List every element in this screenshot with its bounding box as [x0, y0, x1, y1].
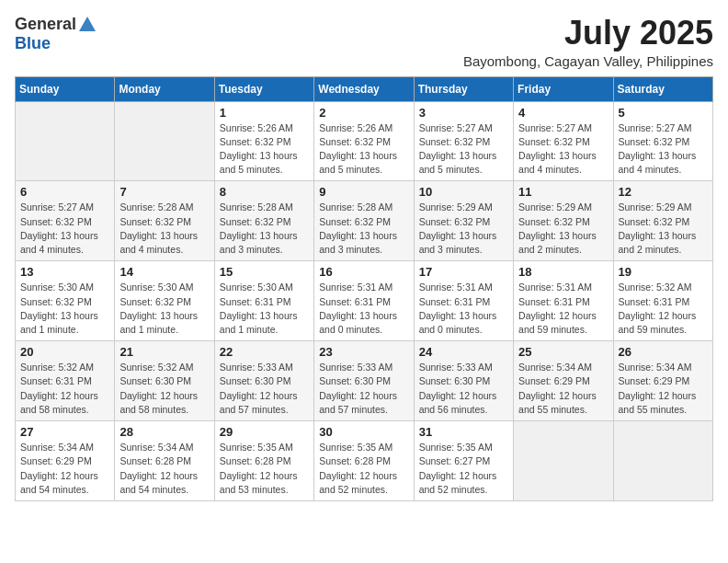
day-of-week-header: Wednesday [314, 76, 414, 101]
logo-blue: Blue [15, 34, 51, 52]
day-info: Sunrise: 5:29 AM Sunset: 6:32 PM Dayligh… [518, 201, 608, 257]
day-number: 9 [319, 185, 408, 199]
calendar-cell: 7Sunrise: 5:28 AM Sunset: 6:32 PM Daylig… [115, 181, 214, 261]
day-number: 12 [619, 185, 708, 199]
calendar-cell: 24Sunrise: 5:33 AM Sunset: 6:30 PM Dayli… [414, 341, 513, 421]
day-info: Sunrise: 5:31 AM Sunset: 6:31 PM Dayligh… [319, 281, 408, 337]
day-of-week-header: Saturday [613, 76, 712, 101]
calendar-cell: 30Sunrise: 5:35 AM Sunset: 6:28 PM Dayli… [314, 421, 414, 501]
day-info: Sunrise: 5:29 AM Sunset: 6:32 PM Dayligh… [619, 201, 708, 257]
day-info: Sunrise: 5:27 AM Sunset: 6:32 PM Dayligh… [419, 121, 508, 178]
calendar-cell: 16Sunrise: 5:31 AM Sunset: 6:31 PM Dayli… [314, 261, 414, 341]
day-info: Sunrise: 5:26 AM Sunset: 6:32 PM Dayligh… [319, 121, 408, 178]
day-info: Sunrise: 5:28 AM Sunset: 6:32 PM Dayligh… [119, 201, 209, 257]
page-header: General Blue July 2025 Bayombong, Cagaya… [15, 15, 713, 69]
day-number: 6 [20, 185, 109, 199]
calendar-cell [115, 101, 214, 181]
calendar-cell: 29Sunrise: 5:35 AM Sunset: 6:28 PM Dayli… [214, 421, 313, 501]
calendar-cell: 21Sunrise: 5:32 AM Sunset: 6:30 PM Dayli… [115, 341, 214, 421]
day-number: 14 [119, 265, 209, 279]
day-info: Sunrise: 5:28 AM Sunset: 6:32 PM Dayligh… [220, 201, 309, 257]
day-of-week-header: Tuesday [214, 76, 313, 101]
calendar-cell: 12Sunrise: 5:29 AM Sunset: 6:32 PM Dayli… [613, 181, 712, 261]
day-info: Sunrise: 5:30 AM Sunset: 6:32 PM Dayligh… [119, 281, 209, 337]
calendar-cell: 3Sunrise: 5:27 AM Sunset: 6:32 PM Daylig… [414, 101, 513, 181]
day-info: Sunrise: 5:33 AM Sunset: 6:30 PM Dayligh… [319, 361, 408, 417]
calendar-week-row: 27Sunrise: 5:34 AM Sunset: 6:29 PM Dayli… [16, 421, 713, 501]
day-number: 15 [220, 265, 309, 279]
calendar-cell: 5Sunrise: 5:27 AM Sunset: 6:32 PM Daylig… [613, 101, 712, 181]
day-number: 25 [518, 345, 608, 359]
calendar-cell: 15Sunrise: 5:30 AM Sunset: 6:31 PM Dayli… [214, 261, 313, 341]
day-info: Sunrise: 5:27 AM Sunset: 6:32 PM Dayligh… [518, 121, 608, 178]
calendar-cell [514, 421, 613, 501]
calendar-cell: 28Sunrise: 5:34 AM Sunset: 6:28 PM Dayli… [115, 421, 214, 501]
calendar-cell: 8Sunrise: 5:28 AM Sunset: 6:32 PM Daylig… [214, 181, 313, 261]
calendar-cell: 26Sunrise: 5:34 AM Sunset: 6:29 PM Dayli… [613, 341, 712, 421]
day-of-week-header: Thursday [414, 76, 513, 101]
day-info: Sunrise: 5:31 AM Sunset: 6:31 PM Dayligh… [419, 281, 508, 337]
day-info: Sunrise: 5:34 AM Sunset: 6:29 PM Dayligh… [619, 361, 708, 417]
day-number: 21 [119, 345, 209, 359]
day-number: 2 [319, 106, 408, 120]
calendar-table: SundayMondayTuesdayWednesdayThursdayFrid… [15, 76, 713, 501]
day-info: Sunrise: 5:35 AM Sunset: 6:28 PM Dayligh… [319, 441, 408, 497]
day-number: 31 [419, 425, 508, 439]
calendar-cell: 22Sunrise: 5:33 AM Sunset: 6:30 PM Dayli… [214, 341, 313, 421]
day-number: 7 [119, 185, 209, 199]
calendar-cell: 13Sunrise: 5:30 AM Sunset: 6:32 PM Dayli… [16, 261, 115, 341]
day-info: Sunrise: 5:32 AM Sunset: 6:31 PM Dayligh… [619, 281, 708, 337]
day-number: 27 [20, 425, 109, 439]
day-info: Sunrise: 5:27 AM Sunset: 6:32 PM Dayligh… [20, 201, 109, 257]
logo-icon [77, 15, 97, 35]
day-number: 13 [20, 265, 109, 279]
day-of-week-header: Friday [514, 76, 613, 101]
day-info: Sunrise: 5:27 AM Sunset: 6:32 PM Dayligh… [619, 121, 708, 178]
logo: General Blue [15, 15, 97, 53]
calendar-cell: 17Sunrise: 5:31 AM Sunset: 6:31 PM Dayli… [414, 261, 513, 341]
calendar-cell: 14Sunrise: 5:30 AM Sunset: 6:32 PM Dayli… [115, 261, 214, 341]
calendar-week-row: 6Sunrise: 5:27 AM Sunset: 6:32 PM Daylig… [16, 181, 713, 261]
day-number: 28 [119, 425, 209, 439]
svg-marker-0 [79, 17, 96, 31]
day-info: Sunrise: 5:26 AM Sunset: 6:32 PM Dayligh… [220, 121, 309, 178]
month-title: July 2025 [463, 15, 713, 52]
calendar-cell: 23Sunrise: 5:33 AM Sunset: 6:30 PM Dayli… [314, 341, 414, 421]
day-number: 3 [419, 106, 508, 120]
day-info: Sunrise: 5:28 AM Sunset: 6:32 PM Dayligh… [319, 201, 408, 257]
day-info: Sunrise: 5:33 AM Sunset: 6:30 PM Dayligh… [220, 361, 309, 417]
calendar-cell: 2Sunrise: 5:26 AM Sunset: 6:32 PM Daylig… [314, 101, 414, 181]
day-number: 22 [220, 345, 309, 359]
day-number: 18 [518, 265, 608, 279]
day-number: 10 [419, 185, 508, 199]
calendar-cell: 9Sunrise: 5:28 AM Sunset: 6:32 PM Daylig… [314, 181, 414, 261]
day-number: 8 [220, 185, 309, 199]
calendar-week-row: 13Sunrise: 5:30 AM Sunset: 6:32 PM Dayli… [16, 261, 713, 341]
calendar-cell: 4Sunrise: 5:27 AM Sunset: 6:32 PM Daylig… [514, 101, 613, 181]
day-info: Sunrise: 5:30 AM Sunset: 6:31 PM Dayligh… [220, 281, 309, 337]
day-info: Sunrise: 5:32 AM Sunset: 6:30 PM Dayligh… [119, 361, 209, 417]
calendar-week-row: 20Sunrise: 5:32 AM Sunset: 6:31 PM Dayli… [16, 341, 713, 421]
calendar-cell [613, 421, 712, 501]
day-info: Sunrise: 5:32 AM Sunset: 6:31 PM Dayligh… [20, 361, 109, 417]
day-info: Sunrise: 5:29 AM Sunset: 6:32 PM Dayligh… [419, 201, 508, 257]
calendar-cell: 20Sunrise: 5:32 AM Sunset: 6:31 PM Dayli… [16, 341, 115, 421]
calendar-cell: 10Sunrise: 5:29 AM Sunset: 6:32 PM Dayli… [414, 181, 513, 261]
location-subtitle: Bayombong, Cagayan Valley, Philippines [463, 53, 713, 69]
day-number: 11 [518, 185, 608, 199]
day-number: 30 [319, 425, 408, 439]
calendar-cell: 1Sunrise: 5:26 AM Sunset: 6:32 PM Daylig… [214, 101, 313, 181]
day-info: Sunrise: 5:34 AM Sunset: 6:29 PM Dayligh… [518, 361, 608, 417]
day-number: 1 [220, 106, 309, 120]
day-number: 19 [619, 265, 708, 279]
calendar-cell: 25Sunrise: 5:34 AM Sunset: 6:29 PM Dayli… [514, 341, 613, 421]
day-number: 20 [20, 345, 109, 359]
calendar-cell: 27Sunrise: 5:34 AM Sunset: 6:29 PM Dayli… [16, 421, 115, 501]
day-number: 23 [319, 345, 408, 359]
day-info: Sunrise: 5:34 AM Sunset: 6:29 PM Dayligh… [20, 441, 109, 497]
calendar-cell: 11Sunrise: 5:29 AM Sunset: 6:32 PM Dayli… [514, 181, 613, 261]
day-number: 29 [220, 425, 309, 439]
calendar-cell [16, 101, 115, 181]
day-number: 24 [419, 345, 508, 359]
day-info: Sunrise: 5:33 AM Sunset: 6:30 PM Dayligh… [419, 361, 508, 417]
